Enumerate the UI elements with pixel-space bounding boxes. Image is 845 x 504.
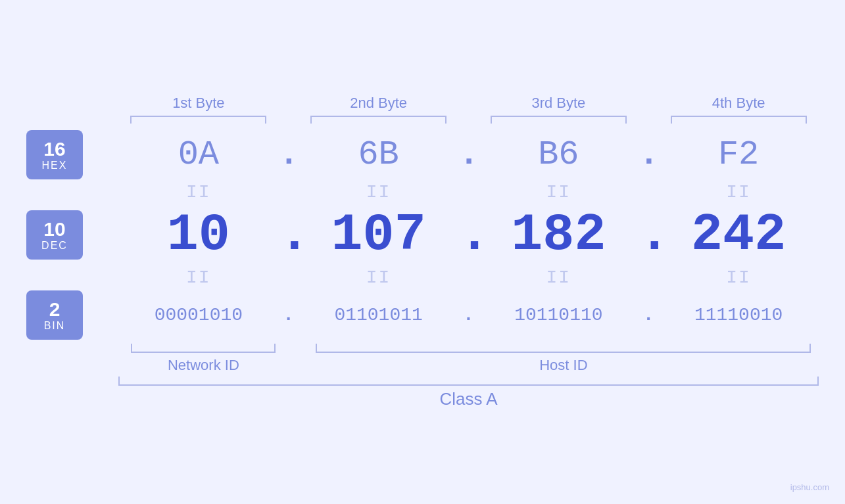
hex-badge-label: HEX bbox=[42, 160, 68, 172]
dec-badge-label: DEC bbox=[41, 240, 68, 252]
eq1-b1-sign: II bbox=[186, 182, 211, 202]
dec-b4-value: 242 bbox=[691, 205, 786, 265]
hex-b2-value: 6B bbox=[358, 135, 398, 174]
eq2-b3-sign: II bbox=[546, 267, 571, 288]
eq1-b4-sign: II bbox=[726, 182, 751, 202]
dec-badge: 10 DEC bbox=[26, 210, 83, 260]
bin-badge-label: BIN bbox=[44, 320, 66, 332]
network-id-bracket bbox=[131, 344, 276, 353]
hex-badge-number: 16 bbox=[43, 138, 65, 160]
network-id-section: Network ID bbox=[118, 344, 289, 374]
hex-b1: 0A bbox=[118, 135, 279, 174]
equals-row-2: II II II II bbox=[26, 267, 819, 288]
hex-row: 16 HEX 0A . 6B . B6 . F2 bbox=[26, 130, 819, 179]
byte1-title: 1st Byte bbox=[172, 95, 224, 112]
dec-row: 10 DEC 10 . 107 . 182 . 242 bbox=[26, 205, 819, 265]
bin-b4: 11110010 bbox=[658, 305, 819, 325]
hex-dot3: . bbox=[639, 135, 658, 174]
byte1-bracket-top bbox=[130, 116, 266, 124]
bin-b2-value: 01101011 bbox=[334, 305, 422, 325]
bin-badge: 2 BIN bbox=[26, 290, 83, 340]
bin-b3: 10110110 bbox=[479, 305, 639, 325]
dec-dot3: . bbox=[639, 205, 658, 265]
byte3-col-header: 3rd Byte bbox=[479, 95, 639, 124]
class-a-label: Class A bbox=[439, 389, 497, 409]
bin-b2: 01101011 bbox=[299, 305, 459, 325]
eq2-b4-sign: II bbox=[726, 267, 751, 288]
bin-b1-value: 00001010 bbox=[155, 305, 243, 325]
byte4-bracket-top bbox=[671, 116, 807, 124]
hex-b4-value: F2 bbox=[718, 135, 759, 174]
eq2-b3: II bbox=[479, 267, 639, 288]
hex-dot1: . bbox=[279, 135, 299, 174]
eq2-b2: II bbox=[299, 267, 459, 288]
watermark: ipshu.com bbox=[790, 482, 829, 492]
dec-b2-value: 107 bbox=[331, 205, 426, 265]
class-a-label-container: Class A bbox=[118, 386, 819, 409]
hex-badge: 16 HEX bbox=[26, 130, 83, 179]
eq2-b2-sign: II bbox=[366, 267, 391, 288]
bin-b4-value: 11110010 bbox=[694, 305, 783, 325]
bin-b3-value: 10110110 bbox=[514, 305, 602, 325]
bin-b1: 00001010 bbox=[118, 305, 279, 325]
hex-dot2: . bbox=[459, 135, 479, 174]
hex-b3: B6 bbox=[479, 135, 639, 174]
bin-dot2: . bbox=[459, 305, 479, 325]
byte-headers-row: 1st Byte 2nd Byte 3rd Byte 4th Byte bbox=[26, 95, 819, 124]
host-id-bracket bbox=[316, 344, 811, 353]
dec-badge-number: 10 bbox=[43, 218, 65, 240]
eq2-b1: II bbox=[118, 267, 279, 288]
bin-row: 2 BIN 00001010 . 01101011 . 10110110 . 1… bbox=[26, 290, 819, 340]
eq2-b1-sign: II bbox=[186, 267, 211, 288]
dec-b2: 107 bbox=[299, 205, 459, 265]
byte4-col-header: 4th Byte bbox=[658, 95, 819, 124]
host-id-section: Host ID bbox=[308, 344, 819, 374]
byte2-col-header: 2nd Byte bbox=[299, 95, 459, 124]
byte2-bracket-top bbox=[310, 116, 447, 124]
host-id-label: Host ID bbox=[539, 357, 587, 374]
class-a-bracket bbox=[118, 377, 819, 386]
eq2-b4: II bbox=[658, 267, 819, 288]
dec-b1: 10 bbox=[118, 205, 279, 265]
hex-b3-value: B6 bbox=[538, 135, 579, 174]
byte3-bracket-top bbox=[491, 116, 627, 124]
eq1-b1: II bbox=[118, 182, 279, 202]
equals-row-1: II II II II bbox=[26, 182, 819, 202]
bin-dot1: . bbox=[279, 305, 299, 325]
dec-b3: 182 bbox=[479, 205, 639, 265]
hex-b4: F2 bbox=[658, 135, 819, 174]
eq1-b3-sign: II bbox=[546, 182, 571, 202]
byte3-title: 3rd Byte bbox=[531, 95, 585, 112]
dec-dot2: . bbox=[459, 205, 479, 265]
section-brackets-row: Network ID Host ID bbox=[26, 344, 819, 374]
byte1-col-header: 1st Byte bbox=[118, 95, 279, 124]
eq1-b4: II bbox=[658, 182, 819, 202]
dec-dot1: . bbox=[279, 205, 299, 265]
eq1-b3: II bbox=[479, 182, 639, 202]
eq1-b2-sign: II bbox=[366, 182, 391, 202]
bin-dot3: . bbox=[639, 305, 658, 325]
network-id-label: Network ID bbox=[168, 357, 239, 374]
dec-b3-value: 182 bbox=[511, 205, 606, 265]
hex-b2: 6B bbox=[299, 135, 459, 174]
byte2-title: 2nd Byte bbox=[350, 95, 407, 112]
bin-badge-number: 2 bbox=[49, 298, 60, 320]
hex-b1-value: 0A bbox=[178, 135, 219, 174]
class-a-section: Class A bbox=[26, 377, 819, 409]
eq1-b2: II bbox=[299, 182, 459, 202]
main-container: 1st Byte 2nd Byte 3rd Byte 4th Byte 16 H… bbox=[0, 0, 845, 504]
dec-b4: 242 bbox=[658, 205, 819, 265]
byte4-title: 4th Byte bbox=[712, 95, 765, 112]
dec-b1-value: 10 bbox=[167, 205, 230, 265]
